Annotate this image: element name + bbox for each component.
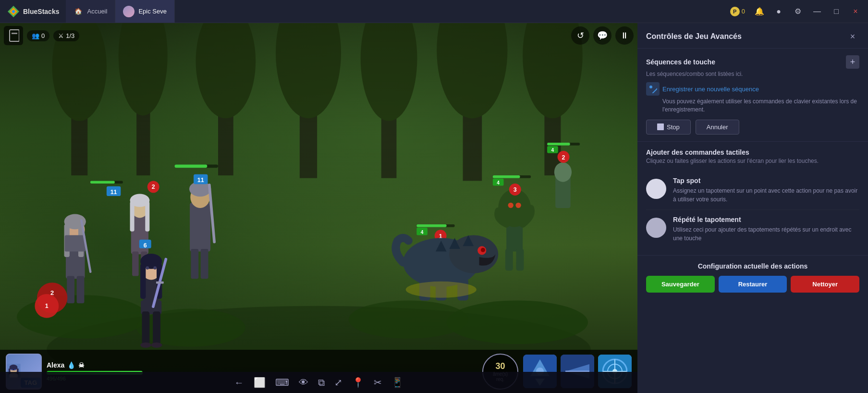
progress-value: 1/3	[66, 32, 74, 39]
status-icon: ☠	[78, 361, 85, 369]
title-bar: BlueStacks 🏠 Accueil Epic Seve P 0 🔔 ●	[0, 0, 868, 23]
points-icon: P	[730, 7, 740, 16]
home-nav-button[interactable]: ⬜	[254, 377, 266, 388]
restore-button[interactable]: Restaurer	[719, 276, 787, 293]
points-badge: P 0	[726, 7, 749, 16]
close-button[interactable]: ×	[847, 3, 864, 20]
tap-spot-item[interactable]: Tap spot Assignez un tapotement sur un p…	[646, 171, 859, 210]
svg-point-116	[10, 364, 18, 370]
game-background	[0, 23, 637, 393]
settings-button[interactable]: ⚙	[789, 3, 807, 20]
players-value: 0	[41, 32, 45, 39]
svg-rect-3	[10, 30, 19, 41]
settings-icon: ⚙	[795, 7, 801, 16]
svg-point-118	[14, 368, 16, 370]
sequences-title: Séquences de touche	[646, 58, 715, 66]
notification-button[interactable]: 🔔	[751, 3, 768, 20]
game-top-icons: ↺ 💬 ⏸	[571, 26, 634, 45]
config-buttons: Sauvegarder Restaurer Nettoyer	[646, 276, 859, 293]
tap-spot-dot	[646, 179, 666, 199]
bluestacks-logo[interactable]: BlueStacks	[0, 0, 66, 23]
bluestacks-name: BlueStacks	[23, 8, 59, 15]
add-icon: +	[850, 57, 856, 67]
tactile-title: Ajouter des commandes tactiles	[646, 148, 859, 156]
players-icon: 👥	[32, 32, 39, 39]
refresh-button[interactable]: ↺	[571, 26, 589, 45]
repeat-tap-item[interactable]: Répété le tapotement Utilisez ceci pour …	[646, 210, 859, 248]
title-bar-right: P 0 🔔 ● ⚙ — □ ×	[722, 3, 868, 20]
home-icon: 🏠	[73, 7, 83, 16]
bluestacks-logo-icon	[7, 5, 20, 18]
panel-header: Contrôles de Jeu Avancés ×	[637, 23, 868, 49]
chat-button[interactable]: 💬	[593, 26, 611, 45]
clean-button[interactable]: Nettoyer	[791, 276, 859, 293]
game-tab-avatar	[123, 6, 134, 17]
minimize-button[interactable]: —	[808, 3, 826, 20]
mobile-button[interactable]: 📱	[391, 377, 403, 388]
svg-point-117	[11, 368, 12, 370]
account-icon: ●	[776, 7, 781, 16]
repeat-tap-desc: Utilisez ceci pour ajouter des tapotemen…	[673, 225, 859, 243]
config-title: Configuration actuelle des actions	[646, 262, 859, 270]
tactile-desc: Cliquez ou faites glisser les actions su…	[646, 158, 859, 164]
record-link-text: Enregistrer une nouvelle séquence	[662, 86, 759, 93]
add-sequence-button[interactable]: +	[846, 55, 859, 69]
cancel-button[interactable]: Annuler	[696, 120, 739, 135]
points-value: 0	[742, 8, 745, 15]
panel-close-button[interactable]: ×	[846, 30, 859, 43]
minimize-icon: —	[813, 7, 821, 16]
panel-title: Contrôles de Jeu Avancés	[646, 32, 742, 41]
svg-rect-133	[652, 88, 657, 93]
save-button[interactable]: Sauvegarder	[646, 276, 715, 293]
cancel-label: Annuler	[707, 123, 728, 131]
tab-home-label: Accueil	[87, 8, 107, 15]
stop-button[interactable]: Stop	[646, 120, 691, 135]
sequences-desc: Les séquences/combo sont listées ici.	[646, 71, 859, 77]
keyboard-button[interactable]: ⌨	[275, 377, 289, 388]
sword-icon: ⚔	[58, 32, 64, 39]
tab-game-label: Epic Seve	[138, 8, 167, 15]
scissors-button[interactable]: ✂	[374, 377, 382, 388]
wand-icon	[648, 85, 657, 93]
account-button[interactable]: ●	[770, 3, 787, 20]
element-icon: 💧	[67, 361, 75, 369]
stop-label: Stop	[667, 123, 680, 131]
svg-rect-4	[12, 33, 17, 34]
notification-icon: 🔔	[755, 7, 764, 16]
player-name-bar: Alexa 💧 ☠	[47, 361, 477, 369]
game-stat-players: 👥 0	[27, 30, 49, 41]
tab-home[interactable]: 🏠 Accueil	[66, 0, 115, 23]
record-controls: Stop Annuler	[646, 120, 859, 135]
repeat-tap-dot	[646, 218, 666, 238]
timer-icon	[8, 29, 19, 42]
expand-button[interactable]: ⤢	[334, 377, 342, 388]
tap-spot-info: Tap spot Assignez un tapotement sur un p…	[673, 177, 859, 204]
game-top-bar: 👥 0 ⚔ 1/3 ↺ 💬 ⏸	[0, 23, 637, 48]
title-bar-left: BlueStacks 🏠 Accueil Epic Seve	[0, 0, 175, 23]
copy-button[interactable]: ⧉	[318, 377, 325, 388]
record-icon	[646, 82, 660, 96]
tactile-section: Ajouter des commandes tactiles Cliquez o…	[637, 142, 868, 256]
stop-icon	[657, 123, 664, 130]
sequences-section: Séquences de touche + Les séquences/comb…	[637, 49, 868, 142]
record-desc: Vous pouvez également utiliser les comma…	[662, 98, 859, 114]
repeat-tap-info: Répété le tapotement Utilisez ceci pour …	[673, 216, 859, 243]
soul-number: 30	[495, 361, 505, 371]
pause-button[interactable]: ⏸	[615, 26, 634, 45]
tab-game[interactable]: Epic Seve	[115, 0, 175, 23]
eye-button[interactable]: 👁	[299, 377, 308, 388]
back-nav-button[interactable]: ←	[234, 377, 244, 388]
timer-box	[4, 26, 23, 45]
location-button[interactable]: 📍	[352, 377, 364, 388]
record-sequence-link[interactable]: Enregistrer une nouvelle séquence	[646, 82, 859, 96]
right-panel: Contrôles de Jeu Avancés × Séquences de …	[637, 23, 868, 393]
game-panel[interactable]: 👥 0 ⚔ 1/3 ↺ 💬 ⏸	[0, 23, 637, 393]
config-section: Configuration actuelle des actions Sauve…	[637, 256, 868, 297]
svg-point-134	[649, 86, 652, 88]
repeat-tap-name: Répété le tapotement	[673, 216, 859, 223]
game-nav-bar: ← ⬜ ⌨ 👁 ⧉ ⤢ 📍 ✂ 📱	[0, 372, 637, 393]
maximize-button[interactable]: □	[828, 3, 845, 20]
tap-spot-name: Tap spot	[673, 177, 859, 184]
maximize-icon: □	[834, 7, 839, 16]
panel-close-icon: ×	[850, 32, 856, 42]
